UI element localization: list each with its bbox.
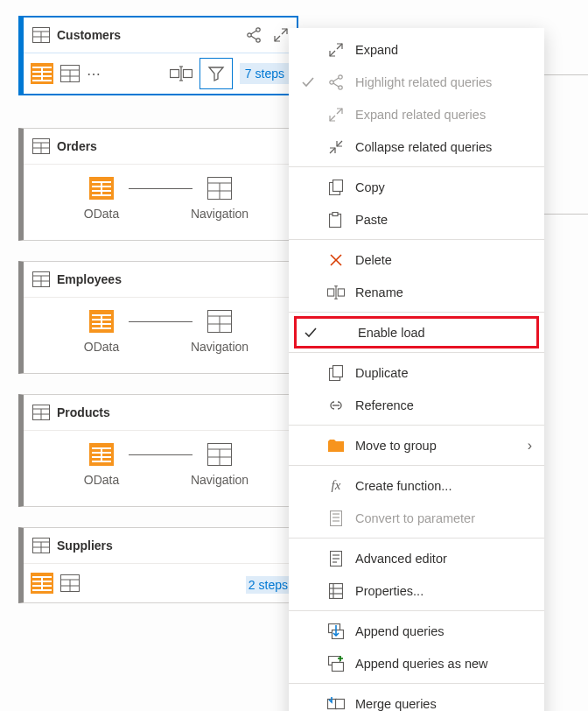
menu-item-advanced-editor[interactable]: Advanced editor [289,542,544,574]
menu-label: Copy [355,180,532,194]
table-orange-icon[interactable] [31,573,53,594]
odata-source-icon [89,310,114,333]
expand-icon [327,108,345,122]
query-card-orders[interactable]: Orders OData Navigation [18,128,298,241]
menu-label: Paste [355,213,532,227]
query-card-suppliers[interactable]: Suppliers 2 steps [18,527,298,603]
svg-point-85 [339,85,342,88]
check-icon [299,75,317,89]
steps-badge[interactable]: 7 steps [240,63,290,84]
card-toolbar: ⋯ 7 steps [24,53,297,94]
more-icon[interactable]: ⋯ [87,66,101,82]
svg-rect-16 [41,67,43,81]
menu-item-enable-load[interactable]: Enable load [294,316,539,348]
svg-rect-35 [101,181,102,196]
expand-icon [327,43,345,57]
copy-icon [327,180,345,195]
step-node[interactable]: OData [66,443,137,487]
check-icon [302,326,319,340]
menu-label: Rename [355,285,532,299]
odata-source-icon [89,177,114,200]
card-title: Orders [57,139,289,153]
card-body: 2 steps [24,563,298,602]
menu-item-collapse-related[interactable]: Collapse related queries [289,130,544,163]
duplicate-icon [327,365,345,381]
svg-rect-105 [331,510,342,525]
svg-rect-95 [332,212,338,215]
svg-line-91 [337,141,342,146]
step-node[interactable]: Navigation [184,443,256,487]
menu-item-merge-queries[interactable]: Merge queries [289,687,544,711]
menu-item-move-to-group[interactable]: Move to group › [289,429,544,461]
svg-point-84 [339,74,342,78]
menu-label: Advanced editor [355,552,532,566]
menu-label: Expand related queries [355,108,532,122]
menu-label: Enable load [358,326,529,340]
table-outline-icon[interactable] [60,574,80,592]
menu-label: Duplicate [355,366,532,380]
step-node[interactable]: Navigation [184,310,256,354]
menu-item-reference[interactable]: Reference [289,389,544,421]
svg-line-9 [282,29,287,34]
menu-label: Convert to parameter [355,511,532,525]
step-node[interactable]: OData [66,310,137,354]
collapse-icon [327,140,345,154]
menu-label: Create function... [355,479,532,493]
svg-rect-113 [330,583,343,598]
menu-item-duplicate[interactable]: Duplicate [289,356,544,389]
menu-label: Append queries as new [355,657,532,671]
query-card-customers[interactable]: Customers ⋯ [18,16,298,95]
function-icon: fx [327,478,345,493]
menu-item-expand-related[interactable]: Expand related queries [289,98,544,130]
folder-icon [327,440,345,452]
menu-item-rename[interactable]: Rename [289,276,544,308]
query-card-products[interactable]: Products OData Navigation [18,394,298,507]
rename-icon[interactable] [170,66,192,81]
menu-item-append-queries[interactable]: Append queries [289,615,544,647]
menu-label: Properties... [355,584,532,598]
table-outline-icon[interactable] [60,65,80,82]
step-node[interactable]: Navigation [184,177,256,221]
menu-item-paste[interactable]: Paste [289,203,544,236]
menu-item-create-function[interactable]: fx Create function... [289,469,544,502]
card-header: Orders [24,129,298,164]
menu-item-copy[interactable]: Copy [289,171,544,203]
steps-badge[interactable]: 2 steps [246,576,290,594]
svg-line-7 [251,31,256,34]
paste-icon [327,212,345,228]
menu-separator [289,312,544,313]
append-new-icon [327,656,345,672]
card-header: Employees [24,262,298,297]
svg-line-92 [330,148,335,153]
step-node[interactable]: OData [66,177,137,221]
table-icon [32,271,50,287]
svg-rect-103 [333,365,343,377]
menu-item-expand[interactable]: Expand [289,33,544,66]
step-label: Navigation [191,207,248,221]
menu-item-convert-parameter[interactable]: Convert to parameter [289,502,544,534]
card-title: Customers [57,28,246,42]
menu-label: Move to group [355,439,517,453]
svg-line-8 [251,36,256,39]
table-orange-icon[interactable] [31,63,53,84]
filter-button[interactable] [200,58,233,89]
menu-separator [289,465,544,466]
menu-label: Merge queries [355,697,532,711]
menu-label: Reference [355,398,532,412]
menu-item-append-queries-new[interactable]: Append queries as new [289,647,544,679]
menu-item-highlight-related[interactable]: Highlight related queries [289,66,544,98]
expand-icon[interactable] [274,28,288,42]
menu-separator [289,683,544,684]
menu-label: Delete [355,253,532,267]
card-header: Products [24,395,298,430]
menu-separator [289,166,544,167]
svg-point-5 [256,39,260,42]
share-icon[interactable] [246,27,262,43]
svg-line-88 [333,83,339,87]
menu-item-properties[interactable]: Properties... [289,574,544,607]
odata-source-icon [89,443,114,466]
query-card-employees[interactable]: Employees OData Navigation [18,261,298,374]
step-label: Navigation [191,340,248,354]
navigation-step-icon [207,443,232,466]
menu-item-delete[interactable]: Delete [289,243,544,276]
